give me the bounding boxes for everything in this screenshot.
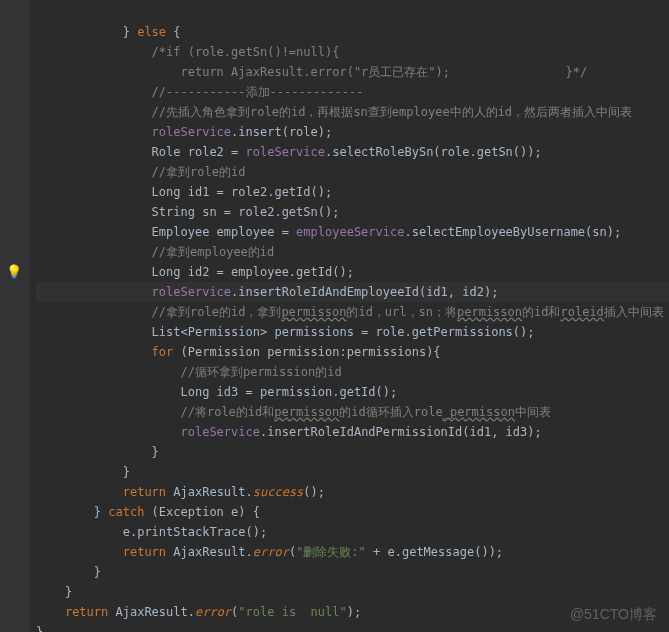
code-line: Long id1 = role2.getId(); bbox=[36, 185, 332, 199]
code-line: Long id2 = employee.getId(); bbox=[36, 265, 354, 279]
code-line: //-----------添加------------- bbox=[36, 85, 363, 99]
lightbulb-icon[interactable]: 💡 bbox=[6, 262, 22, 282]
code-editor[interactable]: 💡 } else { /*if (role.getSn()!=null){ re… bbox=[0, 0, 669, 632]
code-line: e.printStackTrace(); bbox=[36, 525, 267, 539]
code-line: return AjaxResult.error("role is null"); bbox=[36, 605, 361, 619]
code-line: roleService.insert(role); bbox=[36, 125, 332, 139]
code-line: } bbox=[36, 585, 72, 599]
code-line: List<Permission> permissions = role.getP… bbox=[36, 325, 535, 339]
code-area[interactable]: } else { /*if (role.getSn()!=null){ retu… bbox=[30, 0, 669, 632]
code-line: roleService.insertRoleIdAndPermissionId(… bbox=[36, 425, 542, 439]
code-line: } bbox=[36, 625, 43, 632]
code-line: //拿到role的id，拿到permisson的id，url，sn；将permi… bbox=[36, 305, 669, 319]
code-line: return AjaxResult.error("删除失败:" + e.getM… bbox=[36, 545, 503, 559]
code-line: } bbox=[36, 465, 130, 479]
code-line: String sn = role2.getSn(); bbox=[36, 205, 339, 219]
code-line-highlighted: roleService.insertRoleIdAndEmployeeId(id… bbox=[36, 282, 669, 302]
code-line: Role role2 = roleService.selectRoleBySn(… bbox=[36, 145, 542, 159]
code-line: } catch (Exception e) { bbox=[36, 505, 260, 519]
code-line: return AjaxResult.error("r员工已存在"); }*/ bbox=[36, 65, 587, 79]
code-line: //拿到employee的id bbox=[36, 245, 274, 259]
code-line: } bbox=[36, 565, 101, 579]
code-line: /*if (role.getSn()!=null){ bbox=[36, 45, 339, 59]
code-line: } bbox=[36, 445, 159, 459]
code-line: for (Permission permission:permissions){ bbox=[36, 345, 441, 359]
code-line: //拿到role的id bbox=[36, 165, 245, 179]
code-line: return AjaxResult.success(); bbox=[36, 485, 325, 499]
code-line: Long id3 = permission.getId(); bbox=[36, 385, 397, 399]
editor-gutter: 💡 bbox=[0, 0, 30, 632]
code-line: } else { bbox=[36, 25, 181, 39]
code-line: //先插入角色拿到role的id，再根据sn查到employee中的人的id，然… bbox=[36, 105, 632, 119]
code-line: //循环拿到permission的id bbox=[36, 365, 342, 379]
code-line: Employee employee = employeeService.sele… bbox=[36, 225, 621, 239]
code-line: //将role的id和permisson的id循环插入role_permisso… bbox=[36, 405, 551, 419]
watermark: @51CTO博客 bbox=[570, 604, 657, 624]
